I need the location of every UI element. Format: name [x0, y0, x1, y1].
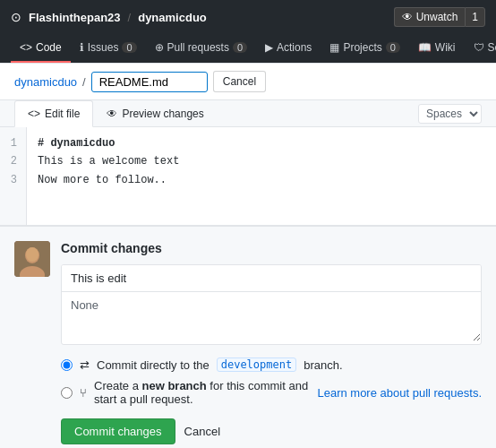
code-editor: 1 2 3 # dynamicduo This is a welcome tex…: [0, 127, 496, 226]
tab-projects-label: Projects: [343, 41, 381, 54]
avatar: [14, 241, 50, 277]
learn-more-link[interactable]: Learn more about pull requests.: [317, 386, 482, 400]
commit-section: Commit changes None ⇄ Commit directly to…: [0, 226, 496, 448]
watch-button-group: 👁 Unwatch 1: [394, 7, 485, 27]
edit-file-icon: <>: [28, 108, 40, 120]
commit-options: ⇄ Commit directly to the development bra…: [61, 358, 482, 406]
tab-issues-label: Issues: [88, 41, 119, 54]
issues-icon: ℹ: [80, 41, 84, 54]
tab-security[interactable]: 🛡 Security: [465, 34, 496, 63]
watch-count-button[interactable]: 1: [465, 7, 485, 27]
commit-direct-radio[interactable]: [61, 359, 73, 371]
tab-edit-file[interactable]: <> Edit file: [14, 100, 93, 127]
commit-right: Commit changes None ⇄ Commit directly to…: [61, 241, 482, 444]
editor-tabs: <> Edit file 👁 Preview changes Spaces Ta…: [0, 100, 496, 127]
tab-issues[interactable]: ℹ Issues 0: [71, 34, 146, 63]
commit-branch-radio[interactable]: [61, 387, 73, 399]
eye-icon: 👁: [402, 11, 413, 23]
watch-label: Unwatch: [416, 11, 458, 23]
repo-icon: ⊙: [11, 10, 21, 24]
tab-actions[interactable]: ▶ Actions: [256, 34, 321, 63]
tab-preview-label: Preview changes: [122, 108, 203, 120]
breadcrumb-bar: dynamicduo / Cancel: [0, 64, 496, 100]
breadcrumb-separator: /: [128, 11, 132, 24]
tab-pull-requests[interactable]: ⊕ Pull requests 0: [146, 34, 257, 63]
repo-owner-link[interactable]: Flashinthepan23: [29, 11, 121, 24]
commit-form: None: [61, 264, 482, 345]
tab-pr-label: Pull requests: [167, 41, 229, 54]
line-num-2: 2: [9, 152, 17, 170]
tab-actions-label: Actions: [277, 41, 312, 54]
commit-summary-input[interactable]: [62, 265, 481, 292]
projects-badge: 0: [386, 42, 400, 53]
nav-tabs: <> Code ℹ Issues 0 ⊕ Pull requests 0 ▶ A…: [0, 34, 496, 64]
commit-title: Commit changes: [61, 241, 482, 255]
tab-projects[interactable]: ▦ Projects 0: [321, 34, 408, 63]
code-content[interactable]: # dynamicduo This is a welcome text Now …: [27, 127, 496, 225]
code-line-3: Now more to follow..: [38, 171, 485, 189]
line-num-3: 3: [9, 171, 17, 189]
code-line-1: # dynamicduo: [38, 134, 485, 152]
actions-icon: ▶: [265, 41, 273, 54]
projects-icon: ▦: [329, 41, 339, 54]
line-numbers: 1 2 3: [0, 127, 27, 225]
pr-badge: 0: [233, 42, 247, 53]
cancel-commit-button[interactable]: Cancel: [184, 419, 220, 444]
security-icon: 🛡: [474, 41, 484, 54]
cancel-edit-button[interactable]: Cancel: [213, 71, 266, 92]
tab-preview-changes[interactable]: 👁 Preview changes: [93, 100, 217, 126]
repo-name-link[interactable]: dynamicduo: [138, 11, 207, 24]
action-buttons: Commit changes Cancel: [61, 418, 482, 444]
tab-wiki[interactable]: 📖 Wiki: [409, 34, 465, 63]
filename-input[interactable]: [91, 72, 208, 92]
line-num-1: 1: [9, 134, 17, 152]
commit-option-direct: ⇄ Commit directly to the development bra…: [61, 358, 482, 372]
editor-tab-group: <> Edit file 👁 Preview changes: [14, 100, 218, 126]
branch-name: development: [217, 358, 296, 372]
issues-badge: 0: [122, 42, 136, 53]
commit-icon: ⇄: [80, 358, 90, 372]
preview-icon: 👁: [107, 108, 117, 120]
svg-point-3: [26, 247, 38, 262]
tab-security-label: Security: [488, 41, 496, 54]
breadcrumb-repo[interactable]: dynamicduo: [14, 75, 77, 89]
commit-direct-text-before: Commit directly to the: [97, 358, 210, 372]
tab-edit-label: Edit file: [45, 108, 80, 120]
code-line-2: This is a welcome text: [38, 152, 485, 170]
tab-code[interactable]: <> Code: [11, 34, 71, 63]
commit-area: Commit changes None ⇄ Commit directly to…: [14, 241, 482, 444]
breadcrumb-sep: /: [82, 75, 86, 89]
wiki-icon: 📖: [418, 41, 432, 54]
tab-code-label: Code: [36, 41, 62, 54]
code-icon: <>: [20, 41, 32, 54]
branch-icon: ⑂: [80, 386, 87, 400]
top-bar: ⊙ Flashinthepan23 / dynamicduo 👁 Unwatch…: [0, 0, 496, 34]
tab-wiki-label: Wiki: [435, 41, 456, 54]
commit-description-input[interactable]: None: [62, 292, 481, 341]
commit-option-branch: ⑂ Create a new branch for this commit an…: [61, 379, 482, 406]
commit-branch-text: Create a new branch for this commit and …: [94, 379, 310, 406]
pr-icon: ⊕: [155, 41, 164, 54]
watch-button[interactable]: 👁 Unwatch: [394, 7, 466, 27]
spaces-select[interactable]: Spaces Tabs: [418, 104, 482, 124]
commit-direct-text-after: branch.: [304, 358, 342, 372]
commit-changes-button[interactable]: Commit changes: [61, 418, 175, 444]
